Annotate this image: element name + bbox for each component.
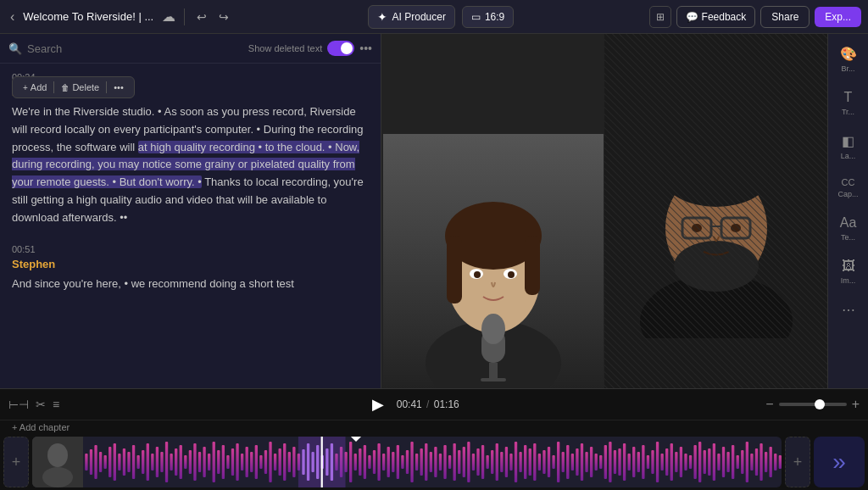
more-options-button[interactable]: •••: [359, 42, 372, 55]
svg-rect-37: [127, 452, 130, 472]
svg-rect-42: [151, 454, 153, 471]
ai-producer-button[interactable]: ✦ AI Producer: [368, 5, 455, 29]
aspect-ratio-button[interactable]: ▭ 16:9: [462, 6, 514, 28]
tracks-area: +: [0, 434, 868, 490]
svg-rect-104: [443, 445, 446, 479]
search-icon: 🔍: [8, 42, 22, 55]
share-button[interactable]: Share: [760, 6, 810, 28]
show-deleted-toggle[interactable]: [327, 41, 354, 56]
waveform-container: [83, 437, 782, 487]
add-track-right-button[interactable]: +: [785, 437, 810, 487]
svg-point-9: [474, 271, 481, 278]
video-container: [381, 34, 827, 388]
sidebar-tool-text[interactable]: Aa Te...: [830, 209, 867, 248]
svg-rect-14: [481, 378, 506, 381]
svg-rect-52: [198, 452, 201, 472]
back-button[interactable]: ‹: [7, 6, 18, 28]
redo-button[interactable]: ↪: [215, 7, 232, 27]
svg-rect-35: [118, 454, 120, 471]
svg-rect-95: [401, 455, 403, 469]
zoom-in-button[interactable]: +: [852, 397, 860, 412]
person-left-svg: [383, 134, 604, 388]
add-track-left-button[interactable]: +: [3, 437, 29, 487]
svg-rect-47: [175, 448, 177, 476]
undo-button[interactable]: ↩: [193, 7, 210, 27]
svg-rect-30: [94, 445, 97, 479]
grid-button[interactable]: ⊞: [649, 6, 671, 28]
sidebar-tool-layout[interactable]: ◧ La...: [830, 126, 867, 167]
svg-rect-57: [222, 445, 225, 479]
forward-button[interactable]: »: [814, 437, 865, 487]
svg-rect-68: [274, 454, 276, 471]
forward-icon: »: [832, 448, 846, 476]
svg-rect-152: [670, 443, 673, 481]
more-tools-icon: ⋯: [842, 302, 855, 318]
svg-rect-67: [269, 442, 271, 482]
svg-rect-169: [750, 454, 753, 471]
svg-rect-38: [132, 445, 135, 479]
svg-rect-109: [467, 442, 470, 482]
feedback-icon: 💬: [686, 11, 698, 23]
svg-rect-92: [387, 447, 390, 477]
svg-rect-53: [203, 447, 205, 477]
svg-rect-125: [542, 450, 545, 474]
transcript-segment: 00:51 Stephen And since you're here, • w…: [12, 244, 369, 293]
svg-rect-123: [533, 443, 536, 481]
add-button[interactable]: + Add: [19, 81, 50, 94]
svg-rect-110: [472, 454, 475, 471]
delete-button[interactable]: 🗑 Delete: [58, 81, 103, 94]
time-display: 00:41 / 01:16: [397, 398, 459, 410]
svg-rect-173: [770, 447, 772, 477]
zoom-out-button[interactable]: −: [765, 397, 773, 412]
highlighted-text: at high quality recording • to the cloud…: [12, 141, 359, 189]
trim-button[interactable]: ⊢⊣: [8, 398, 29, 411]
zoom-slider[interactable]: [779, 403, 847, 406]
more-menu-button[interactable]: •••: [110, 81, 127, 94]
sidebar-tool-image[interactable]: 🖼 Im...: [830, 252, 867, 292]
captions-label: Cap...: [837, 190, 858, 198]
speaker-name-stephen: Stephen: [12, 258, 369, 270]
transcript-content: 00:24 Bridget + Add 🗑 Delete: [0, 64, 381, 388]
svg-rect-133: [581, 443, 583, 481]
svg-rect-36: [123, 448, 125, 476]
sidebar-tool-captions[interactable]: CC Cap...: [830, 170, 867, 205]
add-chapter-button[interactable]: + Add chapter: [12, 422, 70, 432]
svg-rect-131: [571, 454, 574, 471]
svg-rect-85: [354, 454, 357, 471]
svg-rect-101: [430, 452, 432, 472]
svg-rect-96: [406, 450, 409, 474]
svg-rect-48: [180, 445, 182, 479]
svg-rect-172: [765, 452, 767, 472]
svg-rect-157: [693, 445, 696, 479]
add-chapter-label: + Add chapter: [12, 422, 70, 432]
svg-rect-56: [217, 450, 220, 474]
cut-button[interactable]: ✂: [36, 398, 46, 411]
segment-text-2: And since you're here, • we recommend do…: [12, 276, 369, 293]
playhead-marker: [352, 437, 360, 440]
captions-icon: CC: [842, 177, 855, 187]
export-button[interactable]: Exp...: [815, 7, 861, 27]
feedback-button[interactable]: 💬 Feedback: [676, 6, 756, 28]
sidebar-tool-transcript[interactable]: T Tr...: [830, 83, 867, 123]
svg-rect-135: [590, 447, 593, 477]
svg-rect-61: [241, 454, 243, 471]
sidebar-tool-more[interactable]: ⋯: [830, 295, 867, 325]
svg-rect-98: [415, 454, 418, 471]
toggle-knob: [341, 42, 353, 54]
search-input[interactable]: [27, 42, 243, 55]
svg-rect-44: [160, 452, 163, 472]
svg-rect-90: [377, 443, 380, 481]
list-button[interactable]: ≡: [53, 398, 59, 411]
svg-rect-155: [684, 454, 687, 471]
svg-rect-124: [538, 454, 541, 471]
svg-rect-93: [392, 452, 394, 472]
play-button[interactable]: ▶: [366, 393, 390, 416]
svg-rect-145: [637, 452, 640, 472]
menu-divider-2: [106, 81, 107, 93]
sidebar-tool-brand[interactable]: 🎨 Br...: [830, 39, 867, 80]
transcript-label: Tr...: [842, 108, 854, 116]
svg-rect-143: [627, 454, 630, 471]
svg-rect-51: [193, 443, 196, 481]
svg-rect-28: [85, 454, 87, 471]
svg-rect-129: [562, 452, 565, 472]
